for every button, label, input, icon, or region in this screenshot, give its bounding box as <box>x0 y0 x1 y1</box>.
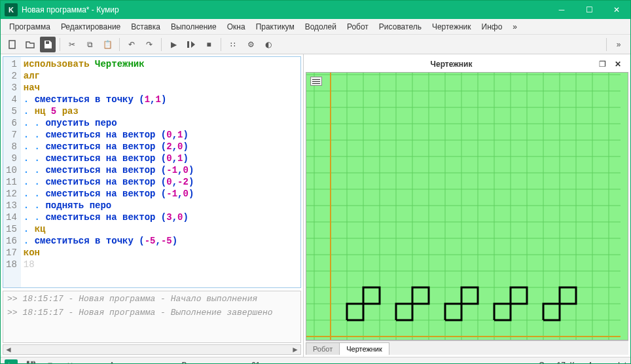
menu-Инфо[interactable]: Инфо <box>477 20 507 33</box>
status-position: Стр: 17, Кол: 4 <box>539 361 592 365</box>
editor-gutter: 123456789101112131415161718 <box>3 57 21 287</box>
close-button[interactable]: ✕ <box>603 1 630 19</box>
status-steps: Выполнено шагов: 61 <box>182 361 261 365</box>
canvas-title: Чертежник <box>310 60 593 69</box>
more-tools-icon[interactable]: » <box>611 37 626 52</box>
menu-Редактирование[interactable]: Редактирование <box>56 20 125 33</box>
canvas-tabs: РоботЧертежник <box>306 340 628 355</box>
redo-icon[interactable]: ↷ <box>141 37 157 52</box>
scroll-left-icon: ◄ <box>3 345 14 354</box>
status-bar: ▶ 💾 ⧉ ✕ Анализ Выполнено шагов: 61 Стр: … <box>1 357 630 364</box>
canvas-close-icon[interactable]: ✕ <box>611 58 624 71</box>
step-icon[interactable] <box>183 37 199 52</box>
paste-icon[interactable]: 📋 <box>99 37 115 52</box>
canvas-menu-icon[interactable] <box>310 77 322 86</box>
menu-Выполнение[interactable]: Выполнение <box>166 20 221 33</box>
menu-Чертежник[interactable]: Чертежник <box>427 20 476 33</box>
menu-Робот[interactable]: Робот <box>342 20 373 33</box>
run-icon[interactable]: ▶ <box>166 37 181 52</box>
cut-icon[interactable]: ✂ <box>64 37 80 52</box>
open-file-icon[interactable] <box>22 37 38 52</box>
app-icon: K <box>5 3 18 16</box>
tool1-icon[interactable]: ∷ <box>225 37 241 52</box>
console-line: >> 18:15:17 - Новая программа - Начало в… <box>7 294 297 304</box>
status-copy-icon[interactable]: ⧉ <box>44 359 57 365</box>
h-scrollbar[interactable]: ◄► <box>3 344 301 355</box>
tool3-icon[interactable]: ◐ <box>261 37 276 52</box>
console-line: >> 18:15:17 - Новая программа - Выполнен… <box>7 308 297 318</box>
status-save-icon[interactable]: 💾 <box>24 359 37 365</box>
save-icon[interactable] <box>40 37 56 52</box>
menu-Вставка[interactable]: Вставка <box>126 20 165 33</box>
menu-Рисователь[interactable]: Рисователь <box>374 20 426 33</box>
stop-icon[interactable]: ■ <box>201 37 217 52</box>
drawing-canvas[interactable] <box>306 72 628 340</box>
menu-Практикум[interactable]: Практикум <box>251 20 299 33</box>
tool2-icon[interactable]: ⚙ <box>243 37 259 52</box>
new-file-icon[interactable] <box>5 37 20 52</box>
menu-bar: ПрограммаРедактированиеВставкаВыполнение… <box>1 19 630 35</box>
menu-Окна[interactable]: Окна <box>223 20 250 33</box>
window-title: Новая программа* - Кумир <box>22 5 548 14</box>
menu-Водолей[interactable]: Водолей <box>300 20 341 33</box>
undo-icon[interactable]: ↶ <box>124 37 139 52</box>
svg-rect-0 <box>9 41 15 48</box>
toolbar: ✂ ⧉ 📋 ↶ ↷ ▶ ■ ∷ ⚙ ◐ » <box>1 35 630 54</box>
status-lang: lat <box>618 361 626 365</box>
copy-icon[interactable]: ⧉ <box>82 37 98 52</box>
svg-rect-1 <box>46 41 49 44</box>
status-close-icon[interactable]: ✕ <box>63 359 77 365</box>
minimize-button[interactable]: ─ <box>548 1 575 19</box>
scroll-right-icon: ► <box>290 345 300 354</box>
status-analysis: Анализ <box>109 361 136 365</box>
tab-Робот[interactable]: Робот <box>306 342 340 355</box>
code-editor[interactable]: 123456789101112131415161718 использовать… <box>3 56 301 288</box>
menu-»[interactable]: » <box>508 20 522 33</box>
tab-Чертежник[interactable]: Чертежник <box>339 342 389 355</box>
status-run-icon[interactable]: ▶ <box>5 359 18 365</box>
menu-Программа[interactable]: Программа <box>5 20 55 33</box>
console: >> 18:15:17 - Новая программа - Начало в… <box>3 291 301 343</box>
canvas-restore-icon[interactable]: ❐ <box>596 58 609 71</box>
svg-rect-2 <box>187 41 189 48</box>
editor-content[interactable]: использовать Чертежник алг нач . сместит… <box>21 57 300 287</box>
maximize-button[interactable]: ☐ <box>575 1 603 19</box>
